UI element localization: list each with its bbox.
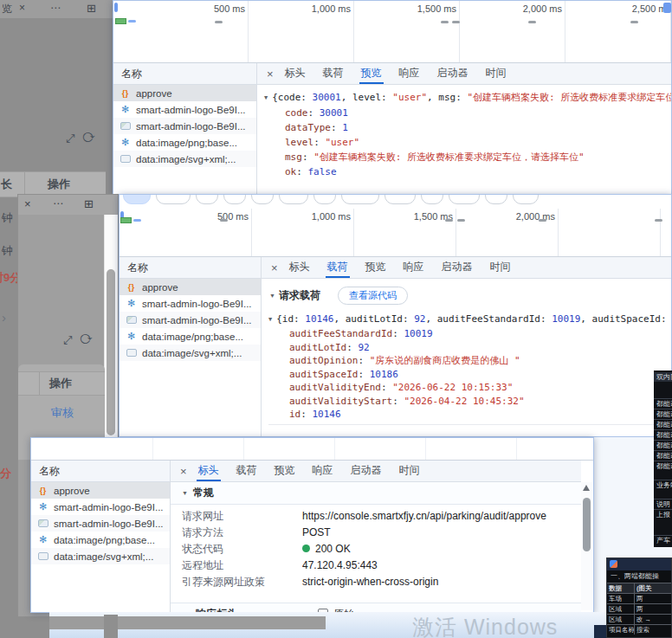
dark-table-row: 都能改	[654, 461, 672, 471]
tab-headers[interactable]: 标头	[283, 63, 307, 84]
expander-icon[interactable]	[268, 313, 276, 325]
name-column-header[interactable]: 名称	[31, 461, 170, 482]
tick-label: 2,000 ms	[516, 211, 555, 222]
audit-link[interactable]: 审核	[51, 405, 74, 421]
network-overview-timeline[interactable]: 500 ms 1,000 ms 1,500 ms 2,000 ms 2,500 …	[113, 1, 671, 63]
more-icon[interactable]: ⋯	[53, 197, 63, 209]
tick-label: 1,000 ms	[312, 211, 351, 222]
payload-section-title[interactable]: 请求载荷	[269, 288, 320, 303]
request-row-approve[interactable]: {} approve	[31, 482, 170, 499]
filter-pill[interactable]	[156, 195, 191, 204]
close-icon[interactable]: ×	[180, 465, 187, 478]
raw-toggle[interactable]: 原始	[318, 603, 354, 612]
tab-payload[interactable]: 载荷	[321, 63, 346, 84]
response-headers-section[interactable]: 响应标头 原始	[171, 603, 581, 612]
tab-initiator[interactable]: 启动器	[440, 257, 475, 278]
header-row: 远程地址 47.120.4.95:443	[171, 557, 581, 574]
scrollbar-thumb[interactable]	[583, 498, 591, 551]
request-row[interactable]: data:image/svg+xml;...	[120, 345, 261, 361]
json-summary[interactable]: {code: 30001, level: "user", msg: "创建车辆档…	[264, 90, 671, 106]
tab-timing[interactable]: 时间	[397, 461, 422, 481]
horizontal-scrollbar-thumb[interactable]	[104, 615, 118, 638]
request-row[interactable]: ✻ data:image/png;base...	[31, 532, 170, 548]
grid-line	[558, 209, 559, 256]
json-property: auditLotId92	[268, 341, 671, 355]
dialog-titlebar: × ⋯ ⊞	[18, 195, 118, 215]
request-row[interactable]: smart-admin-logo-Be9I...	[113, 118, 256, 134]
header-row: 引荐来源网址政策 strict-origin-when-cross-origin	[171, 574, 581, 590]
tab-preview[interactable]: 预览	[359, 63, 384, 84]
name-column-header[interactable]: 名称	[113, 63, 256, 85]
grid-icon[interactable]: ⊞	[84, 197, 94, 210]
selection-handle[interactable]	[114, 3, 118, 12]
request-url-value: https://console.smartxfjy.cn/api/parking…	[302, 508, 546, 525]
request-row[interactable]: smart-admin-logo-Be9I...	[31, 515, 170, 532]
request-list: 名称 {} approve ✻ smart-admin-logo-Be9I...…	[31, 461, 170, 612]
request-row[interactable]: smart-admin-logo-Be9I...	[120, 312, 261, 328]
tab-payload[interactable]: 载荷	[326, 257, 350, 278]
close-icon[interactable]: ×	[24, 197, 31, 210]
filter-pill[interactable]	[251, 195, 274, 204]
chevron-right-icon[interactable]: ›	[2, 310, 6, 325]
background-dark-table: 双内同 都能改 都能改 都能改 都能改 都能改 都能改 都能改 业务端 说明 上…	[654, 371, 672, 547]
filter-pill[interactable]	[421, 195, 443, 204]
tab-preview[interactable]: 预览	[273, 461, 297, 481]
filter-pill[interactable]	[313, 195, 336, 204]
grid-icon[interactable]: ⊞	[87, 2, 96, 15]
filter-pill[interactable]	[123, 195, 151, 204]
request-row[interactable]: data:image/svg+xml;...	[31, 548, 170, 564]
filter-pill[interactable]	[384, 195, 416, 204]
referrer-policy-value: strict-origin-when-cross-origin	[302, 574, 438, 590]
name-column-header[interactable]: 名称	[120, 257, 261, 279]
tab-initiator[interactable]: 启动器	[436, 63, 470, 84]
filter-pill[interactable]	[196, 195, 218, 204]
tab-preview[interactable]: 预览	[364, 257, 388, 278]
request-row-approve[interactable]: {} approve	[120, 279, 261, 295]
tab-initiator[interactable]: 启动器	[349, 461, 384, 481]
close-icon[interactable]: ×	[19, 2, 25, 14]
request-row[interactable]: ✻ smart-admin-logo-Be9I...	[120, 295, 261, 312]
card-tools-icons[interactable]: ⤢⟳	[63, 333, 100, 347]
horizontal-scrollbar-track[interactable]	[49, 616, 326, 629]
tab-timing[interactable]: 时间	[484, 63, 508, 84]
selection-handle[interactable]	[663, 3, 671, 13]
screenshot-root: 览 × ⋯ ⊞ ⤢⟳ 长 操作 钟 钟 时9分 › 分 × ⋯ ⊞ ⤢⟳ 操作 …	[0, 0, 672, 638]
network-overview-strip[interactable]	[31, 438, 593, 461]
json-property: id10146	[268, 408, 671, 422]
details-scrollbar[interactable]	[581, 482, 592, 610]
script-icon: ✻	[126, 298, 137, 309]
request-label: approve	[54, 486, 90, 496]
json-summary[interactable]: {id: 10146, auditLotId: 92, auditFeeStan…	[268, 312, 671, 327]
request-row[interactable]: ✻ smart-admin-logo-Be9I...	[31, 499, 170, 515]
view-source-button[interactable]: 查看源代码	[338, 287, 408, 305]
tab-headers[interactable]: 标头	[288, 257, 312, 278]
request-row[interactable]: ✻ data:image/png;base...	[113, 134, 256, 151]
filter-pill[interactable]	[449, 195, 480, 204]
filter-pill[interactable]	[485, 195, 507, 204]
request-row[interactable]: ✻ data:image/png;base...	[120, 328, 261, 345]
request-row[interactable]: ✻ smart-admin-logo-Be9I...	[113, 101, 256, 118]
filter-pill[interactable]	[279, 195, 308, 204]
expander-icon[interactable]	[264, 92, 272, 103]
tab-headers[interactable]: 标头	[197, 461, 221, 481]
tab-timing[interactable]: 时间	[488, 257, 513, 278]
tab-response[interactable]: 响应	[402, 257, 426, 278]
request-row-approve[interactable]: {} approve	[113, 85, 256, 101]
scroll-up-icon[interactable]	[583, 485, 590, 491]
filter-pill[interactable]	[223, 195, 246, 204]
tab-response[interactable]: 响应	[311, 461, 335, 481]
filter-pill[interactable]	[513, 195, 539, 204]
close-icon[interactable]: ×	[267, 68, 274, 81]
fetch-icon: {}	[120, 88, 131, 98]
network-overview-timeline[interactable]: 500 ms 1,000 ms 1,500 ms 2,000 ms	[120, 209, 671, 257]
more-icon[interactable]: ⋯	[50, 2, 61, 14]
tab-payload[interactable]: 载荷	[235, 461, 259, 481]
general-section-header[interactable]: 常规	[171, 482, 581, 505]
tab-response[interactable]: 响应	[397, 63, 422, 84]
corner-window-edge	[594, 625, 606, 638]
filter-pill[interactable]	[341, 195, 379, 204]
scrollbar-thumb[interactable]	[107, 269, 115, 435]
request-row[interactable]: data:image/svg+xml;...	[113, 151, 256, 167]
close-icon[interactable]: ×	[271, 261, 278, 274]
card-tools-icons[interactable]: ⤢⟳	[66, 132, 102, 145]
